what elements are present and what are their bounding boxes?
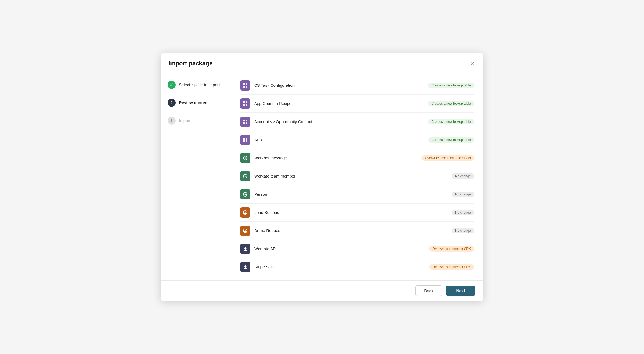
item-icon-sdk (240, 262, 250, 272)
close-button[interactable]: × (470, 59, 475, 67)
svg-point-17 (244, 157, 245, 158)
list-item: PersonNo change (240, 185, 474, 204)
step-1-icon: ✓ (168, 81, 176, 89)
step-3-icon: 3 (168, 117, 176, 125)
item-badge: Creates a new lookup table (428, 119, 474, 124)
item-name: AEs (254, 137, 424, 142)
item-icon-workbot (240, 153, 250, 163)
sidebar-item-import: 3 Import (168, 117, 225, 125)
item-name: Account <> Opportunity Contact (254, 119, 424, 124)
item-badge: Creates a new lookup table (428, 83, 474, 88)
svg-point-19 (246, 157, 247, 158)
svg-rect-15 (246, 140, 247, 142)
svg-rect-8 (243, 120, 245, 121)
item-icon-workbot (240, 171, 250, 181)
svg-point-21 (244, 176, 245, 176)
svg-rect-14 (243, 140, 245, 142)
list-item: Workato APIOverwrites connector SDK (240, 240, 474, 258)
item-badge: No change (452, 210, 474, 215)
svg-rect-4 (243, 101, 245, 103)
item-name: Stripe SDK (254, 265, 425, 269)
svg-rect-7 (246, 104, 247, 106)
item-badge: Overwrites connector SDK (429, 246, 474, 252)
item-badge: Overwrites connector SDK (429, 264, 474, 270)
modal-title: Import package (169, 60, 213, 67)
sidebar: ✓ Select zip file to import 2 Review con… (161, 72, 231, 280)
list-item: AEsCreates a new lookup table (240, 131, 474, 149)
step-3-label: Import (179, 117, 191, 123)
item-badge: Creates a new lookup table (428, 101, 474, 106)
list-item: Demo RequestNo change (240, 222, 474, 240)
item-badge: Overwrites common data model (421, 155, 474, 161)
item-icon-table (240, 135, 250, 145)
list-item: CS Task ConfigurationCreates a new looku… (240, 76, 474, 95)
item-name: Workato API (254, 246, 425, 251)
item-icon-workbot (240, 189, 250, 199)
item-icon-radio (240, 207, 250, 218)
svg-point-26 (245, 194, 246, 195)
step-connector-1 (172, 89, 172, 99)
list-item: Workato team memberNo change (240, 167, 474, 185)
svg-rect-1 (246, 83, 247, 85)
svg-rect-0 (243, 83, 245, 85)
list-item: Lead Bot leadNo change (240, 204, 474, 222)
svg-point-31 (245, 231, 246, 232)
item-icon-sdk (240, 244, 250, 254)
svg-point-23 (246, 176, 247, 176)
sidebar-item-review: 2 Review content (168, 99, 225, 107)
item-badge: No change (452, 192, 474, 197)
step-2-label: Review content (179, 99, 209, 105)
item-name: Workato team member (254, 174, 448, 178)
svg-rect-9 (246, 120, 247, 121)
svg-rect-2 (243, 86, 245, 88)
svg-point-29 (245, 213, 246, 214)
svg-point-27 (246, 194, 247, 195)
svg-point-18 (245, 157, 246, 158)
list-item: Stripe SDKOverwrites connector SDK (240, 258, 474, 276)
item-name: App Count in Recipe (254, 101, 424, 106)
sidebar-item-select-zip: ✓ Select zip file to import (168, 81, 225, 89)
svg-rect-3 (246, 86, 247, 88)
item-badge: No change (452, 228, 474, 233)
item-icon-radio (240, 226, 250, 236)
item-icon-table (240, 98, 250, 109)
item-name: Demo Request (254, 228, 448, 233)
item-badge: Creates a new lookup table (428, 137, 474, 143)
item-name: Lead Bot lead (254, 210, 448, 215)
item-icon-table (240, 80, 250, 91)
step-1-label: Select zip file to import (179, 81, 220, 88)
content-area: CS Task ConfigurationCreates a new looku… (231, 72, 483, 280)
svg-point-25 (244, 194, 245, 195)
import-package-modal: Import package × ✓ Select zip file to im… (161, 53, 483, 301)
svg-rect-13 (246, 138, 247, 140)
svg-rect-6 (243, 104, 245, 106)
svg-rect-5 (246, 101, 247, 103)
step-2-icon: 2 (168, 99, 176, 107)
back-button[interactable]: Back (415, 285, 442, 296)
svg-rect-12 (243, 138, 245, 140)
item-badge: No change (452, 173, 474, 179)
step-connector-2 (172, 107, 172, 117)
list-item: App Count in RecipeCreates a new lookup … (240, 95, 474, 113)
item-name: Person (254, 192, 448, 197)
list-item: Account <> Opportunity ContactCreates a … (240, 113, 474, 131)
modal-body: ✓ Select zip file to import 2 Review con… (161, 72, 483, 280)
next-button[interactable]: Next (446, 286, 475, 296)
svg-rect-10 (243, 122, 245, 124)
item-name: CS Task Configuration (254, 83, 424, 88)
list-item: Workbot messageOverwrites common data mo… (240, 149, 474, 167)
modal-footer: Back Next (161, 280, 483, 301)
svg-rect-11 (246, 122, 247, 124)
item-name: Workbot message (254, 156, 418, 160)
modal-header: Import package × (161, 53, 483, 72)
item-icon-table (240, 117, 250, 127)
svg-point-22 (245, 176, 246, 176)
